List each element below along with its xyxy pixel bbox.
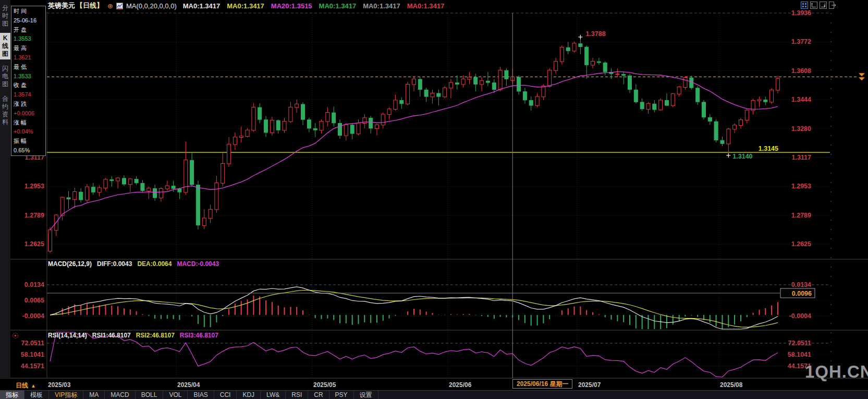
toolbar-tab-RSI[interactable]: RSI [286, 391, 308, 399]
svg-text:-0.0004: -0.0004 [789, 312, 811, 320]
svg-text:1.2953: 1.2953 [25, 183, 44, 190]
window-icon-group [801, 2, 836, 9]
toolbar-tab-CR[interactable]: CR [308, 391, 329, 399]
svg-text:58.1041: 58.1041 [21, 351, 44, 358]
svg-text:58.1041: 58.1041 [788, 351, 811, 358]
price-axis-labels: 1.39361.37721.36081.34441.32801.31171.31… [25, 9, 811, 248]
info-row-value: 25-06-16 [14, 16, 45, 26]
indicator-readout: RSI1:46.8107 [92, 332, 131, 339]
toolbar-tab-VIP指标[interactable]: VIP指标 [49, 391, 83, 399]
info-row-label: 涨 跌 [14, 100, 45, 109]
toolbar-tab-BIAS[interactable]: BIAS [188, 391, 214, 399]
x-axis-month-label: 2025/05 [313, 381, 336, 389]
symbol-title: 英镑美元 [48, 1, 75, 10]
indicator-readout: RSI2:46.8107 [136, 332, 175, 339]
x-axis-month-label: 2025/06 [449, 381, 471, 389]
svg-text:0.0096: 0.0096 [792, 290, 812, 297]
svg-text:1.3608: 1.3608 [791, 67, 811, 75]
svg-text:-0.0004: -0.0004 [22, 312, 44, 320]
svg-text:0.0134: 0.0134 [791, 281, 811, 288]
svg-text:1.3772: 1.3772 [791, 38, 811, 45]
crosshair-date-label: 2025/06/16 星期一 [512, 379, 572, 389]
macd-header: MACD(26,12,9)DIFF:0.0043DEA:0.0064MACD:-… [48, 260, 224, 268]
toolbar-tab-KDJ[interactable]: KDJ [237, 391, 261, 399]
toolbar-tab-BOLL[interactable]: BOLL [136, 391, 164, 399]
chart-canvas[interactable]: 1.39361.37721.36081.34441.32801.31171.31… [0, 0, 868, 399]
info-row-value: 1.3574 [14, 90, 45, 100]
last-price-line [47, 73, 865, 80]
x-axis-month-label: 2025/07 [578, 381, 601, 389]
svg-text:1.2789: 1.2789 [25, 212, 44, 219]
ma-readouts: MA0:1.3417MA0:1.3417MA20:1.3515MA0:1.341… [183, 2, 451, 10]
indicator-alert-icon[interactable] [12, 332, 19, 339]
x-axis-month-label: 2025/04 [177, 381, 200, 389]
panel-dividers [0, 11, 868, 378]
exit-chart-icon[interactable] [829, 2, 836, 9]
svg-text:72.0511: 72.0511 [788, 340, 812, 347]
ma-value-label: MA0:1.3417 [183, 2, 221, 10]
svg-text:1.2953: 1.2953 [791, 183, 811, 190]
x-axis-month-label: 2025/03 [48, 381, 70, 389]
grid-layout-icon[interactable] [801, 2, 808, 9]
grid-lines [47, 13, 831, 378]
sidebar-tab-合约资料[interactable]: 合约资料 [0, 93, 10, 128]
period-title[interactable]: 【日线】 [76, 1, 103, 10]
info-row-label: 振 幅 [14, 137, 45, 146]
period-selector[interactable]: 日线▲ [16, 381, 36, 390]
macd-panel: 0.01340.01340.0065-0.0004-0.0004 [22, 281, 830, 329]
add-indicator-icon[interactable]: ⊕ [107, 2, 113, 10]
toolbar-tab-设置[interactable]: 设置 [354, 391, 378, 399]
ma-value-label: MA0:1.3417 [319, 2, 357, 10]
toolbar-tab-MACD[interactable]: MACD [105, 391, 135, 399]
chart-topbar: 英镑美元 【日线】 ⊕ MA(0,0,20,0,0,0) MA0:1.3417M… [0, 0, 868, 11]
info-row-value: 0.65% [14, 146, 45, 155]
toolbar-tab-指标[interactable]: 指标 [0, 391, 25, 399]
svg-text:1.3280: 1.3280 [791, 125, 811, 132]
x-axis-month-label: 2025/08 [720, 381, 742, 389]
indicator-toolbar: 指标模板VIP指标MAMACDBOLLVOLBIASCCIKDJLW&RSICR… [0, 390, 868, 399]
info-row-label: 涨 幅 [14, 118, 45, 128]
indicator-readout: MACD:-0.0043 [177, 260, 219, 268]
info-row-label: 最 低 [14, 63, 45, 72]
info-row-value: 1.3553 [14, 34, 45, 44]
svg-text:1.2625: 1.2625 [25, 240, 44, 248]
axis-scale-left-icon[interactable] [810, 2, 817, 9]
toolbar-tab-模板[interactable]: 模板 [25, 391, 49, 399]
info-row-value: +0.04% [14, 127, 45, 137]
svg-text:1.3788: 1.3788 [585, 30, 605, 38]
trading-app-window: 1.39361.37721.36081.34441.32801.31171.31… [0, 0, 868, 399]
svg-text:72.0511: 72.0511 [21, 340, 45, 347]
svg-text:44.1571: 44.1571 [21, 362, 44, 370]
ma20-line [50, 71, 778, 230]
ma-value-label: MA0:1.3417 [363, 2, 400, 10]
ma-value-label: MA0:1.3417 [407, 2, 445, 10]
svg-text:1.3117: 1.3117 [791, 154, 811, 161]
indicator-readout: DEA:0.0064 [137, 260, 172, 268]
info-row-value: +0.0006 [14, 109, 45, 118]
chart-type-sidebar: 分时图K线图闪电图合约资料 [0, 0, 10, 378]
info-row-label: 收 盘 [14, 81, 45, 90]
ma-value-label: MA0:1.3417 [227, 2, 264, 10]
sidebar-tab-闪电图[interactable]: 闪电图 [0, 63, 10, 90]
indicator-readout: DIFF:0.0043 [97, 260, 132, 268]
time-axis-row: 日线▲ 2025/032025/042025/052025/062025/072… [0, 379, 868, 390]
sidebar-tab-K线图[interactable]: K线图 [0, 33, 10, 59]
toolbar-tab-MA[interactable]: MA [83, 391, 105, 399]
candlestick-series [48, 39, 780, 253]
rsi-header: RSI(14,14,14)RSI1:46.8107RSI2:46.8107RSI… [48, 332, 224, 339]
toolbar-tab-VOL[interactable]: VOL [163, 391, 188, 399]
indicator-title: MACD(26,12,9) [48, 260, 92, 268]
ma-value-label: MA20:1.3515 [271, 2, 312, 10]
axis-scale-right-icon[interactable] [820, 2, 827, 9]
indicator-title: RSI(14,14,14) [48, 332, 87, 339]
svg-text:1.3140: 1.3140 [732, 153, 752, 160]
svg-text:1.2789: 1.2789 [791, 212, 811, 219]
info-row-value: 1.3533 [14, 72, 45, 81]
toolbar-tab-LW&[interactable]: LW& [261, 391, 286, 399]
info-row-value: 1.3621 [14, 53, 45, 63]
info-row-label: 开 盘 [14, 26, 45, 35]
toolbar-tab-PSY[interactable]: PSY [329, 391, 354, 399]
triangle-up-icon: ▲ [31, 383, 36, 389]
toolbar-tab-CCI[interactable]: CCI [214, 391, 237, 399]
chart-thumbnail-icon [116, 3, 123, 9]
